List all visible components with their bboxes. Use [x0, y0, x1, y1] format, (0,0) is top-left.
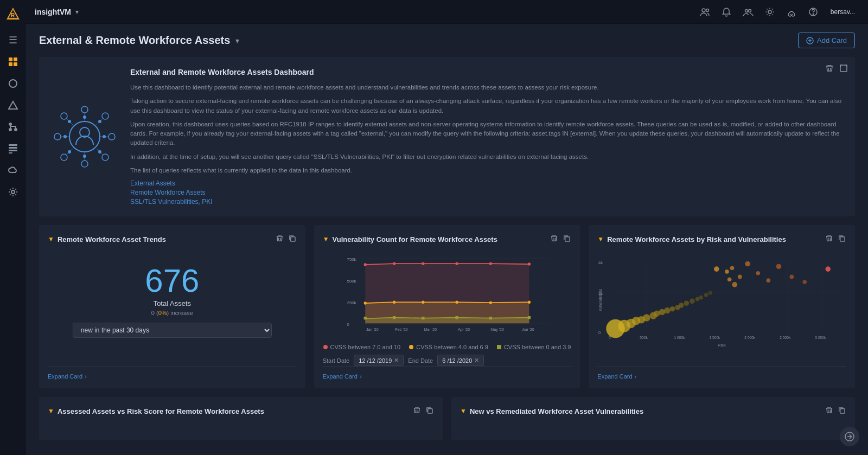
card1-expand-text: Expand Card: [48, 373, 82, 380]
card3-chart-area: 4k 2k 0 Vulnerabilities: [597, 251, 846, 366]
info-card-delete-button[interactable]: [825, 63, 834, 75]
card-remote-workforce-trends: ▼ Remote Workforce Asset Trends 676 Tota…: [39, 225, 305, 388]
svg-text:0: 0: [347, 322, 349, 327]
sidebar-cloud-icon[interactable]: [3, 161, 23, 180]
info-card-para4: In addition, at the time of setup, you w…: [130, 152, 842, 162]
card2-delete-button[interactable]: [550, 234, 559, 245]
sidebar-circle-icon[interactable]: [3, 74, 23, 93]
card2-header: ▼ Vulnerability Count for Remote Workfor…: [323, 234, 572, 245]
card2-copy-button[interactable]: [562, 234, 571, 245]
sidebar-settings-icon[interactable]: [3, 182, 23, 202]
svg-text:4k: 4k: [598, 260, 603, 265]
link-external-assets[interactable]: External Assets: [130, 180, 842, 187]
sidebar-branch-icon[interactable]: [3, 117, 23, 137]
card1-copy-button[interactable]: [288, 234, 297, 245]
card2-footer: Expand Card ›: [323, 366, 572, 380]
svg-rect-56: [840, 65, 847, 72]
topnav-users-icon[interactable]: [696, 3, 713, 21]
card2-actions: [550, 234, 571, 245]
svg-point-149: [826, 266, 831, 272]
svg-text:Vulnerabilities: Vulnerabilities: [598, 289, 602, 311]
start-date-clear[interactable]: ✕: [394, 357, 399, 364]
card1-timeframe-select[interactable]: new in the past 30 days new in the past …: [73, 323, 272, 338]
topnav-help-icon[interactable]: [805, 3, 822, 21]
svg-rect-15: [9, 144, 17, 146]
svg-point-144: [756, 271, 761, 275]
svg-text:750k: 750k: [347, 257, 356, 262]
app-chevron[interactable]: ▾: [75, 8, 79, 16]
info-card-text: External and Remote Workforce Assets Das…: [130, 68, 842, 206]
card4-delete-button[interactable]: [412, 406, 422, 416]
svg-point-148: [803, 280, 807, 284]
card2-title: Vulnerability Count for Remote Workforce…: [333, 235, 547, 243]
card3-header: ▼ Remote Workforce Assets by Risk and Vu…: [597, 234, 846, 245]
card1-metric-label: Total Assets: [48, 299, 297, 307]
start-date-chip[interactable]: 12 /12 /2019 ✕: [354, 355, 404, 366]
card2-expand-text: Expand Card: [323, 373, 358, 380]
end-date-chip[interactable]: 6 /12 /2020 ✕: [437, 355, 484, 366]
svg-text:Risk: Risk: [718, 343, 726, 348]
sidebar-dashboard-icon[interactable]: [3, 52, 23, 72]
card3-copy-button[interactable]: [837, 234, 846, 245]
legend-med-dot: [409, 345, 413, 349]
card1-expand-link[interactable]: Expand Card ›: [48, 373, 297, 380]
card3-delete-button[interactable]: [825, 234, 834, 245]
card2-chart-svg: 750k 500k 250k 0 Vulnerabilities Jan '20: [323, 251, 572, 338]
bottom-right-settings-icon[interactable]: [840, 427, 859, 446]
svg-point-147: [790, 275, 794, 279]
svg-point-132: [690, 299, 695, 304]
page-title: External & Remote Workforce Assets: [39, 34, 230, 47]
svg-text:2 500k: 2 500k: [780, 336, 792, 339]
topnav: insightVM ▾ bersav...: [26, 0, 868, 24]
card3-expand-link[interactable]: Expand Card ›: [597, 373, 846, 380]
card3-title: Remote Workforce Assets by Risk and Vuln…: [607, 235, 821, 243]
svg-point-53: [98, 120, 101, 123]
card-assessed-assets: ▼ Assessed Assets vs Risk Score for Remo…: [39, 397, 443, 440]
card1-title: Remote Workforce Asset Trends: [58, 235, 272, 243]
svg-point-19: [11, 190, 15, 194]
content-area: External & Remote Workforce Assets ▾ Add…: [26, 24, 868, 455]
info-card-para1: Use this dashboard to identify potential…: [130, 83, 842, 92]
card5-copy-button[interactable]: [837, 406, 846, 416]
sidebar-menu-icon[interactable]: ☰: [3, 30, 23, 50]
card2-legend: CVSS between 7.0 and 10 CVSS between 4.0…: [323, 344, 572, 350]
page-chevron[interactable]: ▾: [235, 36, 239, 45]
sidebar-table-icon[interactable]: [3, 139, 23, 158]
card-new-remediated: ▼ New vs Remediated Workforce Asset Vuln…: [451, 397, 855, 440]
info-card-expand-button[interactable]: [839, 63, 848, 75]
end-date-clear[interactable]: ✕: [474, 357, 479, 364]
sidebar-triangle-icon[interactable]: [3, 95, 23, 115]
svg-point-35: [108, 133, 115, 140]
add-card-button[interactable]: Add Card: [798, 33, 855, 48]
svg-text:Feb '20: Feb '20: [395, 328, 408, 332]
add-card-label: Add Card: [817, 36, 847, 44]
link-ssl-tls[interactable]: SSL/TLS Vulnerabilities, PKI: [130, 198, 842, 206]
info-card-network-graphic: [52, 68, 117, 206]
legend-low-square: [497, 345, 501, 349]
topnav-link-icon[interactable]: [783, 3, 800, 21]
card2-chart-area: 750k 500k 250k 0 Vulnerabilities Jan '20: [323, 251, 572, 339]
card5-delete-button[interactable]: [825, 406, 834, 416]
legend-high: CVSS between 7.0 and 10: [323, 344, 401, 350]
topnav-team-icon[interactable]: [739, 3, 757, 21]
topnav-bell-icon[interactable]: [718, 3, 735, 21]
topnav-gear-icon[interactable]: [761, 3, 778, 21]
link-remote-workforce[interactable]: Remote Workforce Assets: [130, 189, 842, 196]
card2-expand-link[interactable]: Expand Card ›: [323, 373, 572, 380]
svg-point-33: [81, 161, 88, 167]
card4-actions: [412, 406, 434, 416]
svg-point-136: [709, 291, 713, 295]
app-title: insightVM: [35, 8, 71, 16]
card3-actions: [825, 234, 846, 245]
svg-point-23: [748, 9, 751, 12]
svg-point-49: [83, 155, 86, 158]
card1-delete-button[interactable]: [275, 234, 284, 245]
card5-filter-icon: ▼: [460, 407, 467, 415]
card3-chart-svg: 4k 2k 0 Vulnerabilities: [597, 251, 846, 360]
svg-point-48: [83, 116, 86, 119]
svg-point-133: [695, 297, 700, 302]
svg-point-55: [98, 150, 101, 153]
card4-copy-button[interactable]: [425, 406, 434, 416]
svg-text:Apr '20: Apr '20: [458, 328, 470, 332]
topnav-username[interactable]: bersav...: [826, 6, 859, 18]
